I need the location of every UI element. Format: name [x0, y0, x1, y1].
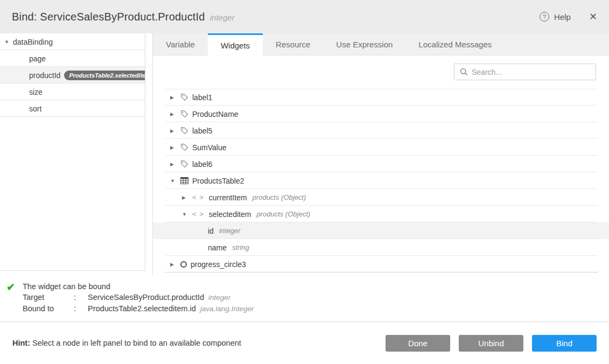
dialog-header: Bind: ServiceSalesByProduct.ProductId in… — [0, 0, 609, 33]
status-separator: : — [74, 292, 88, 303]
widget-type: string — [232, 243, 249, 251]
binding-badge: ProductsTable2.selecteditem.id — [64, 71, 145, 80]
tree-node-label: page — [29, 54, 46, 63]
status-value-text: ProductsTable2.selecteditem.id — [88, 304, 196, 313]
dialog-footer: Hint: Select a node in left panel to bin… — [0, 321, 609, 364]
caret-right-icon[interactable]: ▶ — [170, 111, 180, 117]
bind-status-section: ✔ The widget can be bound Target:Service… — [0, 275, 609, 321]
dialog-title: Bind: ServiceSalesByProduct.ProductId — [12, 11, 205, 23]
caret-right-icon[interactable]: ▶ — [170, 145, 180, 150]
widget-row-progress_circle3[interactable]: ▶progress_circle3 — [153, 256, 609, 272]
tree-node-label: size — [29, 88, 43, 96]
help-button[interactable]: Help — [554, 12, 571, 22]
widget-row-SumValue[interactable]: ▶SumValue — [153, 139, 609, 156]
caret-down-icon[interactable]: ▼ — [4, 39, 13, 45]
caret-right-icon[interactable]: ▶ — [170, 95, 180, 100]
status-separator: : — [74, 303, 88, 314]
widget-row-name[interactable]: namestring — [153, 239, 609, 256]
hint-text: Hint: Select a node in left panel to bin… — [12, 339, 241, 347]
tree-node-label: dataBinding — [13, 38, 53, 46]
widget-label: SumValue — [192, 143, 227, 152]
code-brackets-icon: < > — [192, 210, 204, 218]
caret-right-icon[interactable]: ▶ — [170, 162, 180, 167]
search-input[interactable] — [472, 68, 590, 76]
caret-right-icon[interactable]: ▶ — [170, 262, 180, 267]
search-area — [153, 55, 609, 89]
tree-node-databinding[interactable]: ▼ dataBinding — [0, 33, 145, 50]
footer-buttons: DoneUnbindBind — [386, 335, 597, 352]
left-tree-items: pageproductIdProductsTable2.selecteditem… — [0, 50, 145, 117]
tab-resource[interactable]: Resource — [263, 33, 323, 55]
widget-label: id — [208, 227, 214, 235]
search-icon — [460, 68, 468, 76]
tree-node-label: productId — [29, 71, 60, 80]
status-value: ServiceSalesByProduct.productIdinteger — [88, 292, 609, 303]
status-label: Bound to — [23, 303, 74, 314]
widget-row-currentItem[interactable]: ▶< >currentItemproducts (Object) — [153, 189, 609, 206]
widget-label: name — [208, 243, 227, 252]
status-value-type: java.lang.Integer — [200, 305, 254, 313]
caret-down-icon[interactable]: ▼ — [182, 212, 192, 217]
tab-variable[interactable]: Variable — [153, 33, 208, 55]
widget-row-label1[interactable]: ▶label1 — [153, 89, 609, 106]
caret-right-icon[interactable]: ▶ — [182, 195, 192, 200]
table-icon — [180, 177, 188, 184]
check-icon: ✔ — [6, 281, 15, 293]
status-value: ProductsTable2.selecteditem.idjava.lang.… — [88, 303, 609, 314]
header-actions: ? Help ✕ — [540, 12, 597, 22]
dialog-title-type: integer — [210, 11, 235, 22]
unbind-button[interactable]: Unbind — [459, 335, 523, 352]
widget-row-selecteditem[interactable]: ▼< >selecteditemproducts (Object) — [153, 206, 609, 222]
status-value-type: integer — [208, 293, 230, 302]
tag-icon — [180, 143, 188, 151]
ring-shape — [180, 261, 187, 268]
widget-row-ProductName[interactable]: ▶ProductName — [153, 106, 609, 122]
hint-label: Hint: — [12, 339, 30, 347]
progress-circle-icon — [180, 261, 187, 268]
widget-row-label6[interactable]: ▶label6 — [153, 156, 609, 172]
done-button[interactable]: Done — [386, 335, 450, 352]
status-details: The widget can be bound Target:ServiceSa… — [0, 275, 609, 314]
widget-label: label5 — [192, 127, 212, 135]
widget-label: progress_circle3 — [191, 260, 246, 269]
bind-content-panel: VariableWidgetsResourceUse ExpressionLoc… — [152, 33, 609, 275]
tree-node-size[interactable]: size — [0, 83, 145, 100]
tag-icon — [180, 127, 188, 135]
widget-type: products (Object) — [256, 210, 310, 218]
tree-node-sort[interactable]: sort — [0, 100, 145, 117]
widget-tree-list: ▶label1▶ProductName▶label5▶SumValue▶labe… — [153, 89, 609, 272]
widget-label: ProductName — [192, 110, 239, 118]
code-brackets-icon: < > — [192, 193, 204, 201]
bind-button[interactable]: Bind — [532, 335, 597, 352]
tree-node-label: sort — [29, 104, 41, 113]
help-icon[interactable]: ? — [540, 12, 549, 22]
databinding-tree-panel: ▼ dataBinding pageproductIdProductsTable… — [0, 33, 145, 271]
tab-use-expression[interactable]: Use Expression — [323, 33, 405, 55]
widget-type: products (Object) — [253, 193, 306, 201]
close-icon[interactable]: ✕ — [589, 12, 597, 22]
tree-node-productId[interactable]: productIdProductsTable2.selecteditem.id — [0, 67, 145, 83]
widget-row-id[interactable]: idinteger — [153, 222, 609, 239]
status-message: The widget can be bound — [23, 281, 609, 292]
tab-localized-messages[interactable]: Localized Messages — [405, 33, 505, 55]
status-value-text: ServiceSalesByProduct.productId — [88, 293, 204, 302]
widget-row-label5[interactable]: ▶label5 — [153, 122, 609, 139]
tab-widgets[interactable]: Widgets — [208, 33, 263, 56]
widget-label: ProductsTable2 — [192, 177, 244, 185]
tag-icon — [180, 93, 188, 101]
widget-label: label6 — [192, 160, 212, 169]
widget-row-ProductsTable2[interactable]: ▼ProductsTable2 — [153, 172, 609, 189]
status-label: Target — [23, 292, 74, 303]
search-box[interactable] — [454, 64, 596, 80]
hint-body: Select a node in left panel to bind to a… — [30, 339, 241, 347]
tab-bar: VariableWidgetsResourceUse ExpressionLoc… — [153, 33, 609, 55]
bind-dialog: Bind: ServiceSalesByProduct.ProductId in… — [0, 0, 609, 364]
caret-down-icon[interactable]: ▼ — [170, 178, 180, 184]
widget-label: selecteditem — [209, 210, 251, 219]
caret-right-icon[interactable]: ▶ — [170, 128, 180, 134]
widget-label: label1 — [192, 93, 212, 102]
tree-node-page[interactable]: page — [0, 50, 145, 67]
status-row-target: Target:ServiceSalesByProduct.productIdin… — [23, 292, 609, 303]
widget-label: currentItem — [209, 193, 247, 202]
tag-icon — [180, 110, 188, 118]
